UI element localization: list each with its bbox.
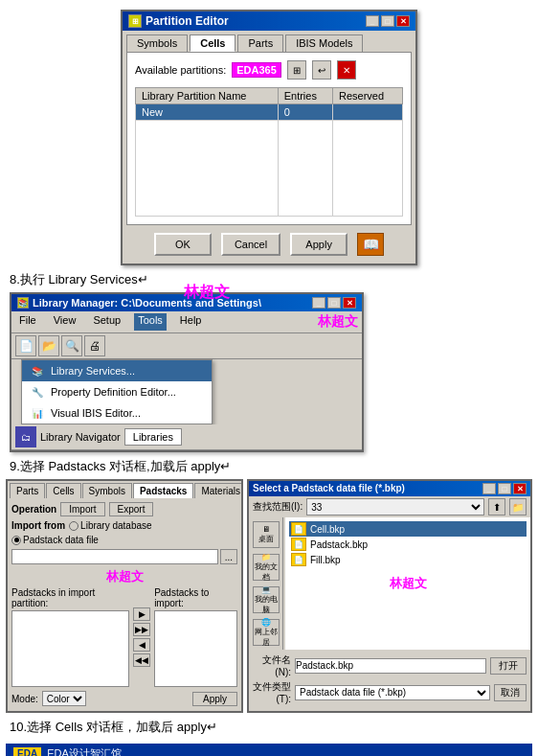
sidebar-mydocs[interactable]: 📁 我的文档 bbox=[253, 554, 280, 581]
sidebar-desktop[interactable]: 🖥 桌面 bbox=[253, 521, 280, 548]
step9-label: 9.选择 Padstacks 对话框,加载后 apply↵ bbox=[0, 452, 538, 479]
file-item-cell[interactable]: 📄 Cell.bkp bbox=[289, 521, 527, 537]
partition-value: EDA365 bbox=[232, 62, 281, 78]
lib-menubar: File View Setup Tools Help 林超文 bbox=[11, 311, 362, 333]
filename-input[interactable] bbox=[295, 658, 486, 674]
filename-row: 文件名(N): 打开 bbox=[253, 653, 527, 677]
toolbar-search[interactable]: 🔍 bbox=[61, 335, 82, 356]
file-cancel-button[interactable]: 取消 bbox=[494, 684, 527, 701]
file-location-toolbar: 查找范围(I): 33 ⬆ 📁 bbox=[249, 496, 530, 517]
author-watermark-menu: 林超文 bbox=[318, 313, 358, 331]
file-location-select[interactable]: 33 bbox=[306, 498, 484, 515]
cancel-button[interactable]: Cancel bbox=[221, 233, 280, 256]
import-button[interactable]: Import bbox=[60, 502, 104, 516]
mode-row: Mode: Color bbox=[11, 691, 86, 706]
padstacks-area: Parts Cells Symbols Padstacks Materials … bbox=[6, 479, 532, 713]
menu-help[interactable]: Help bbox=[176, 313, 206, 331]
padstack-apply-button[interactable]: Apply bbox=[192, 692, 237, 706]
partition-icon-btn1[interactable]: ⊞ bbox=[287, 60, 306, 80]
menu-tools[interactable]: Tools bbox=[134, 313, 167, 331]
toolbar-open[interactable]: 📂 bbox=[38, 335, 59, 356]
lib-minimize-btn[interactable]: _ bbox=[312, 297, 325, 309]
apply-button[interactable]: Apply bbox=[290, 233, 347, 256]
menu-file[interactable]: File bbox=[15, 313, 40, 331]
tab-cells[interactable]: Cells bbox=[190, 34, 235, 52]
visual-ibis-label: Visual IBIS Editor... bbox=[51, 407, 141, 419]
mode-select[interactable]: Color bbox=[42, 691, 86, 706]
table-row[interactable]: New 0 bbox=[136, 104, 403, 121]
menu-item-visual-ibis[interactable]: 📊 Visual IBIS Editor... bbox=[22, 402, 212, 424]
radio-library-db[interactable]: Library database bbox=[69, 520, 152, 531]
menu-view[interactable]: View bbox=[50, 313, 80, 331]
mydocs-icon: 📁 bbox=[261, 553, 271, 561]
tab-symbols[interactable]: Symbols bbox=[126, 34, 188, 52]
file-main-area[interactable]: 📄 Cell.bkp 📄 Padstack.bkp 📄 Fill.bkp 林超文 bbox=[285, 517, 530, 650]
toolbar-print[interactable]: 🖨 bbox=[84, 335, 105, 356]
filetype-select[interactable]: Padstack data file (*.bkp) bbox=[295, 685, 490, 700]
arrow-right-btn[interactable]: ▶ bbox=[133, 607, 150, 621]
import-tab-symbols[interactable]: Symbols bbox=[82, 483, 132, 498]
export-button[interactable]: Export bbox=[109, 502, 154, 516]
import-tab-cells[interactable]: Cells bbox=[46, 483, 80, 498]
menu-item-library-services[interactable]: 📚 Library Services... bbox=[22, 360, 212, 381]
property-def-label: Property Definition Editor... bbox=[51, 386, 176, 398]
sidebar-network[interactable]: 🌐 网上邻居 bbox=[253, 619, 280, 646]
partition-icon-btn2[interactable]: ↩ bbox=[312, 60, 331, 80]
file-dialog: Select a Padstack data file (*.bkp) _ □ … bbox=[247, 479, 532, 713]
file-minimize-btn[interactable]: _ bbox=[482, 483, 496, 494]
library-services-label: Library Services... bbox=[51, 365, 135, 377]
sidebar-mycomputer[interactable]: 💻 我的电脑 bbox=[253, 586, 280, 613]
available-partitions-label: Available partitions: bbox=[135, 64, 226, 76]
available-partitions-row: Available partitions: EDA365 ⊞ ↩ ✕ bbox=[135, 60, 403, 80]
file-item-fill[interactable]: 📄 Fill.bkp bbox=[289, 552, 527, 567]
navigator-icon: 🗂 bbox=[15, 426, 36, 447]
left-panel-label: Padstacks in import partition: bbox=[11, 587, 129, 608]
file-dialog-bottom: 文件名(N): 打开 文件类型(T): Padstack data file (… bbox=[249, 650, 530, 711]
import-from-input[interactable] bbox=[11, 549, 218, 564]
radio-library-db-label: Library database bbox=[80, 520, 152, 531]
import-tab-parts[interactable]: Parts bbox=[10, 483, 45, 498]
file-maximize-btn[interactable]: □ bbox=[498, 483, 511, 494]
lib-maximize-btn[interactable]: □ bbox=[327, 297, 341, 309]
menu-item-property-def[interactable]: 🔧 Property Definition Editor... bbox=[22, 381, 212, 402]
file-close-btn[interactable]: ✕ bbox=[513, 483, 527, 494]
lib-close-btn[interactable]: ✕ bbox=[343, 297, 356, 309]
network-label: 网上邻居 bbox=[254, 627, 279, 648]
book-icon: 📖 bbox=[357, 233, 384, 256]
menu-setup[interactable]: Setup bbox=[89, 313, 124, 331]
import-tab-padstacks[interactable]: Padstacks bbox=[133, 483, 193, 498]
arrow-left-btn[interactable]: ◀ bbox=[133, 638, 150, 652]
libraries-button[interactable]: Libraries bbox=[124, 428, 182, 446]
file-list: 📄 Cell.bkp 📄 Padstack.bkp 📄 Fill.bkp bbox=[285, 517, 530, 571]
arrow-left-all-btn[interactable]: ◀◀ bbox=[133, 653, 150, 667]
partition-editor-content: Available partitions: EDA365 ⊞ ↩ ✕ Libra… bbox=[126, 52, 412, 225]
file-open-button[interactable]: 打开 bbox=[490, 657, 527, 675]
ok-button[interactable]: OK bbox=[154, 233, 212, 256]
file-new-folder-btn[interactable]: 📁 bbox=[509, 498, 527, 515]
visual-ibis-icon: 📊 bbox=[30, 405, 45, 421]
radio-padstack-file[interactable]: Padstack data file bbox=[11, 535, 99, 545]
browse-button[interactable]: ... bbox=[220, 549, 237, 564]
toolbar-new[interactable]: 📄 bbox=[15, 335, 36, 356]
arrow-right-all-btn[interactable]: ▶▶ bbox=[133, 623, 150, 636]
partition-tabs: Symbols Cells Parts IBIS Models bbox=[123, 31, 415, 52]
desktop-icon: 🖥 bbox=[262, 525, 270, 534]
right-panel-list[interactable] bbox=[154, 610, 237, 687]
footer-text: EDA设计智汇馆 bbox=[47, 746, 122, 756]
file-item-padstack[interactable]: 📄 Padstack.bkp bbox=[289, 537, 527, 552]
tab-parts[interactable]: Parts bbox=[237, 34, 283, 52]
close-button[interactable]: ✕ bbox=[396, 15, 410, 27]
property-def-icon: 🔧 bbox=[30, 384, 45, 400]
file-name-cell: Cell.bkp bbox=[310, 524, 345, 535]
filetype-label: 文件类型(T): bbox=[253, 680, 291, 704]
file-up-btn[interactable]: ⬆ bbox=[488, 498, 505, 515]
right-watermark: 林超文 bbox=[285, 575, 530, 592]
import-content: Operation Import Export Import from Libr… bbox=[8, 498, 241, 710]
eda-footer: EDA EDA设计智汇馆 bbox=[6, 744, 532, 756]
minimize-button[interactable]: _ bbox=[366, 15, 379, 27]
partition-icon-btn3[interactable]: ✕ bbox=[337, 60, 356, 80]
import-tab-materials[interactable]: Materials bbox=[194, 483, 241, 498]
maximize-button[interactable]: □ bbox=[381, 15, 394, 27]
left-panel-list[interactable] bbox=[11, 610, 129, 687]
tab-ibis[interactable]: IBIS Models bbox=[285, 34, 363, 52]
